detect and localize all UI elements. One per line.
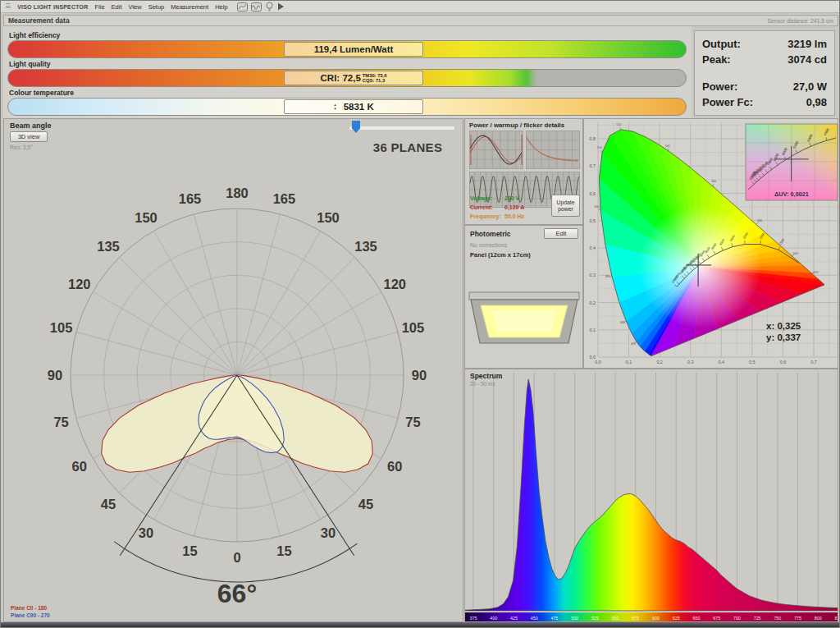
temperature-spinner[interactable]: ▲▼ bbox=[333, 103, 336, 111]
3d-view-button[interactable]: 3D view bbox=[10, 131, 48, 142]
svg-text:0,7: 0,7 bbox=[810, 360, 817, 364]
spinner-down-icon: ▼ bbox=[333, 107, 336, 111]
svg-text:0,6: 0,6 bbox=[590, 191, 596, 196]
frequency-label: Frequency: bbox=[470, 213, 504, 219]
voltage-waveform-chart bbox=[469, 131, 523, 169]
bulb-icon[interactable] bbox=[265, 2, 274, 11]
svg-text:475: 475 bbox=[550, 616, 558, 621]
svg-text:625: 625 bbox=[673, 616, 680, 621]
svg-text:725: 725 bbox=[754, 616, 761, 621]
svg-text:0,1: 0,1 bbox=[590, 328, 596, 332]
cie-y-value: y: 0,337 bbox=[766, 332, 801, 342]
svg-text:120: 120 bbox=[383, 277, 406, 291]
menu-item-view[interactable]: View bbox=[129, 3, 142, 11]
polar-beam-chart: 0151530304545606075759090105105120120135… bbox=[4, 119, 463, 621]
svg-text:800: 800 bbox=[815, 616, 822, 621]
menu-item-file[interactable]: File bbox=[95, 3, 105, 11]
menu-item-measurement[interactable]: Measurement bbox=[171, 3, 208, 11]
menu-item-edit[interactable]: Edit bbox=[112, 3, 122, 11]
spectrum-title: Spectrum bbox=[470, 372, 503, 380]
menubar: ☰ VISO LIGHT INSPECTOR File Edit View Se… bbox=[1, 1, 839, 13]
play-icon[interactable] bbox=[277, 2, 285, 11]
svg-text:750: 750 bbox=[774, 616, 781, 621]
svg-text:75: 75 bbox=[53, 415, 68, 429]
power-value: 27,0 W bbox=[793, 80, 827, 93]
svg-text:450: 450 bbox=[531, 616, 538, 621]
svg-text:150: 150 bbox=[317, 210, 340, 225]
svg-text:0,1: 0,1 bbox=[626, 360, 632, 364]
frequency-row: Frequency: 50.0 Hz bbox=[470, 213, 548, 219]
toolbar bbox=[237, 2, 285, 11]
svg-text:45: 45 bbox=[358, 497, 373, 511]
svg-text:0,3: 0,3 bbox=[590, 273, 596, 277]
svg-text:15: 15 bbox=[182, 543, 197, 558]
planes-count-label: 36 PLANES bbox=[354, 140, 461, 154]
menu-item-setup[interactable]: Setup bbox=[148, 3, 165, 11]
cie-x-value: x: 0,325 bbox=[766, 321, 801, 331]
svg-text:15: 15 bbox=[276, 543, 291, 558]
svg-text:150: 150 bbox=[135, 210, 158, 225]
measurement-data-header: Measurement data Sensor distance: 241.8 … bbox=[3, 15, 838, 26]
svg-text:30: 30 bbox=[139, 525, 153, 540]
svg-text:400: 400 bbox=[490, 616, 497, 621]
svg-text:520: 520 bbox=[616, 123, 621, 126]
output-label: Output: bbox=[702, 38, 741, 50]
svg-text:165: 165 bbox=[273, 191, 296, 206]
svg-text:510: 510 bbox=[597, 146, 602, 149]
measurement-bars-section: Light efficiency 119,4 Lumen/Watt Light … bbox=[3, 26, 692, 118]
svg-text:75: 75 bbox=[405, 415, 420, 429]
svg-text:375: 375 bbox=[470, 616, 477, 621]
luminaire-illustration bbox=[468, 291, 581, 346]
spectrum-panel: 3754004254504755005255505756006256506757… bbox=[464, 369, 838, 622]
menu-item-help[interactable]: Help bbox=[215, 3, 227, 11]
svg-text:0,0: 0,0 bbox=[595, 360, 601, 364]
cqs-value: CQS: 71,3 bbox=[363, 78, 387, 83]
spectrum-subtitle: 20 - 50 ms bbox=[470, 381, 495, 387]
light-efficiency-value: 119,4 Lumen/Watt bbox=[284, 42, 423, 57]
output-row: Output: 3219 lm bbox=[702, 38, 827, 50]
svg-text:90: 90 bbox=[412, 368, 427, 383]
svg-text:775: 775 bbox=[794, 616, 801, 621]
voltage-row: Voltage: 230 V bbox=[470, 195, 548, 201]
peak-label: Peak: bbox=[702, 53, 731, 66]
svg-text:600: 600 bbox=[652, 616, 660, 621]
svg-text:135: 135 bbox=[354, 239, 377, 254]
colour-temperature-label: Colour temperature bbox=[9, 89, 74, 97]
beam-profile-icon[interactable] bbox=[237, 2, 248, 11]
output-value: 3219 lm bbox=[788, 38, 827, 50]
svg-text:650: 650 bbox=[693, 616, 701, 621]
cie-panel: 0,00,10,20,30,40,50,60,70,00,10,20,30,40… bbox=[583, 118, 838, 369]
power-row: Power: 27,0 W bbox=[702, 80, 827, 93]
svg-text:135: 135 bbox=[97, 239, 120, 254]
light-efficiency-label: Light efficiency bbox=[9, 31, 60, 39]
svg-text:575: 575 bbox=[632, 616, 639, 621]
svg-text:675: 675 bbox=[713, 616, 720, 621]
app-menu-icon[interactable]: ☰ bbox=[5, 2, 11, 11]
sensor-distance: Sensor distance: 241.8 cm bbox=[768, 16, 833, 26]
svg-text:105: 105 bbox=[50, 320, 73, 335]
waveform-icon[interactable] bbox=[251, 2, 262, 11]
svg-text:120: 120 bbox=[68, 277, 91, 291]
plane-legend: Plane C0 - 180 Plane C90 - 270 bbox=[11, 605, 50, 619]
svg-text:0,7: 0,7 bbox=[590, 163, 596, 168]
app-window: ☰ VISO LIGHT INSPECTOR File Edit View Se… bbox=[0, 0, 840, 628]
svg-text:500: 500 bbox=[571, 616, 578, 621]
svg-text:30: 30 bbox=[321, 525, 336, 540]
svg-text:480: 480 bbox=[620, 321, 625, 324]
svg-text:525: 525 bbox=[591, 616, 599, 621]
power-fc-row: Power Fc: 0,98 bbox=[702, 96, 827, 108]
svg-text:540: 540 bbox=[665, 144, 670, 148]
planes-slider-track[interactable] bbox=[349, 126, 454, 129]
current-label: Current: bbox=[470, 204, 504, 210]
light-quality-value: CRI: 72,5 TM30: 73,6 CQS: 71,3 bbox=[284, 71, 423, 85]
beam-resolution: Res: 3,5° bbox=[10, 144, 33, 150]
spectrum-chart: 3754004254504755005255505756006256506757… bbox=[465, 369, 838, 621]
voltage-value: 230 V bbox=[504, 195, 519, 201]
update-power-button[interactable]: Update power bbox=[551, 195, 580, 217]
svg-text:600: 600 bbox=[793, 252, 798, 255]
power-details-panel: Power / warmup / flicker details Voltage… bbox=[464, 118, 583, 225]
light-quality-label: Light quality bbox=[9, 60, 51, 68]
beam-angle-panel: 0151530304545606075759090105105120120135… bbox=[3, 118, 463, 622]
edit-button[interactable]: Edit bbox=[544, 228, 578, 239]
svg-text:0,5: 0,5 bbox=[590, 218, 596, 223]
